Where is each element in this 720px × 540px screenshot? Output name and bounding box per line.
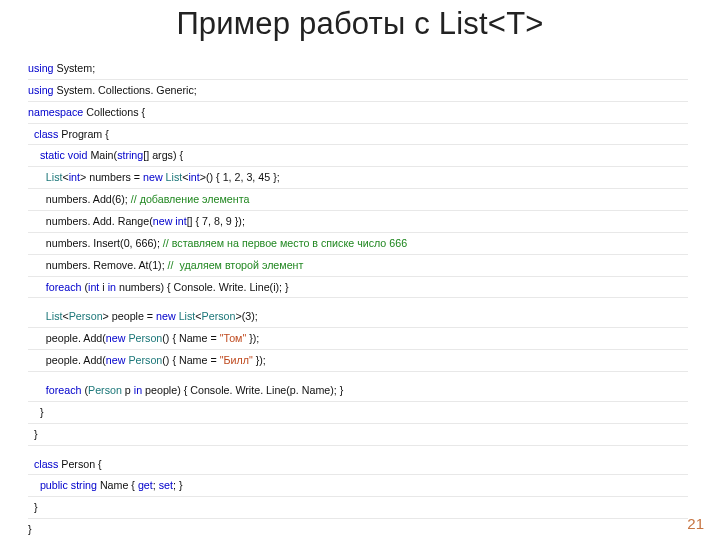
code-text: > numbers = — [80, 171, 143, 183]
code-line: foreach (int i in numbers) { Console. Wr… — [28, 277, 688, 299]
code-line — [28, 372, 688, 380]
code-text: () { Name = — [162, 354, 219, 366]
comment: // добавление элемента — [131, 193, 250, 205]
code-line: foreach (Person p in people) { Console. … — [28, 380, 688, 402]
keyword: in — [134, 384, 142, 396]
code-text: people. Add( — [46, 354, 106, 366]
code-text: > people = — [103, 310, 157, 322]
keyword: int — [88, 281, 99, 293]
keyword: new — [156, 310, 176, 322]
code-text: } — [34, 501, 38, 513]
keyword: int — [69, 171, 80, 183]
type: List — [163, 171, 183, 183]
code-line: numbers. Add. Range(new int[] { 7, 8, 9 … — [28, 211, 688, 233]
slide-title: Пример работы с List<T> — [0, 6, 720, 42]
keyword: get — [138, 479, 153, 491]
code-text: Program { — [58, 128, 109, 140]
keyword: using — [28, 62, 54, 74]
code-line: public string Name { get; set; } — [28, 475, 688, 497]
code-text: numbers) { Console. Write. Line(i); } — [116, 281, 289, 293]
type: List — [46, 171, 63, 183]
type: Person — [88, 384, 122, 396]
code-line — [28, 446, 688, 454]
keyword: set — [159, 479, 173, 491]
code-text: people. Add( — [46, 332, 106, 344]
type: List — [46, 310, 63, 322]
code-text: System. Collections. Generic; — [54, 84, 197, 96]
type: Person — [202, 310, 236, 322]
code-text: () { Name = — [162, 332, 219, 344]
code-line: using System; — [28, 58, 688, 80]
code-text: p — [122, 384, 134, 396]
keyword: using — [28, 84, 54, 96]
string: "Билл" — [220, 354, 253, 366]
code-text: } — [34, 428, 38, 440]
code-line: namespace Collections { — [28, 102, 688, 124]
type: Person — [125, 332, 162, 344]
code-text: [] args) { — [143, 149, 183, 161]
code-line: numbers. Remove. At(1); // удаляем второ… — [28, 255, 688, 277]
code-text: numbers. Add(6); — [46, 193, 131, 205]
code-line: } — [28, 519, 688, 540]
code-block: using System; using System. Collections.… — [28, 58, 688, 540]
code-text: System; — [54, 62, 96, 74]
code-line — [28, 298, 688, 306]
keyword: class — [34, 128, 58, 140]
code-line: List<int> numbers = new List<int>() { 1,… — [28, 167, 688, 189]
code-text: ; } — [173, 479, 183, 491]
code-text: Collections { — [83, 106, 145, 118]
code-text: >() { 1, 2, 3, 45 }; — [200, 171, 280, 183]
keyword: in — [108, 281, 116, 293]
code-text: Name { — [97, 479, 138, 491]
keyword: public string — [40, 479, 97, 491]
slide: Пример работы с List<T> using System; us… — [0, 0, 720, 540]
keyword: static void — [40, 149, 88, 161]
code-line: numbers. Insert(0, 666); // вставляем на… — [28, 233, 688, 255]
keyword: foreach — [46, 384, 82, 396]
code-text: i — [99, 281, 107, 293]
comment: // удаляем второй элемент — [168, 259, 304, 271]
comment: // вставляем на первое место в списке чи… — [163, 237, 407, 249]
keyword: int — [188, 171, 199, 183]
keyword: new — [106, 332, 126, 344]
keyword: class — [34, 458, 58, 470]
code-text: numbers. Insert(0, 666); — [46, 237, 163, 249]
page-number: 21 — [687, 515, 704, 532]
code-line: numbers. Add(6); // добавление элемента — [28, 189, 688, 211]
keyword: new — [106, 354, 126, 366]
code-line: using System. Collections. Generic; — [28, 80, 688, 102]
string: "Том" — [220, 332, 247, 344]
code-text: Person { — [58, 458, 101, 470]
type: List — [176, 310, 196, 322]
keyword: foreach — [46, 281, 82, 293]
code-text: numbers. Remove. At(1); — [46, 259, 168, 271]
code-text: }); — [246, 332, 262, 344]
code-line: } — [28, 402, 688, 424]
code-text: Main( — [87, 149, 117, 161]
keyword: string — [117, 149, 143, 161]
type: Person — [69, 310, 103, 322]
code-text: people) { Console. Write. Line(p. Name);… — [142, 384, 343, 396]
keyword: namespace — [28, 106, 83, 118]
code-text: numbers. Add. Range( — [46, 215, 153, 227]
code-text: } — [28, 523, 32, 535]
code-line: class Person { — [28, 454, 688, 476]
code-line: } — [28, 424, 688, 446]
code-text: } — [40, 406, 44, 418]
type: Person — [125, 354, 162, 366]
keyword: new int — [153, 215, 187, 227]
code-text: [] { 7, 8, 9 }); — [187, 215, 245, 227]
code-line: people. Add(new Person() { Name = "Том" … — [28, 328, 688, 350]
code-text: }); — [253, 354, 266, 366]
code-text: >(3); — [235, 310, 257, 322]
code-line: class Program { — [28, 124, 688, 146]
code-line: } — [28, 497, 688, 519]
keyword: new — [143, 171, 163, 183]
code-line: people. Add(new Person() { Name = "Билл"… — [28, 350, 688, 372]
code-line: static void Main(string[] args) { — [28, 145, 688, 167]
code-line: List<Person> people = new List<Person>(3… — [28, 306, 688, 328]
